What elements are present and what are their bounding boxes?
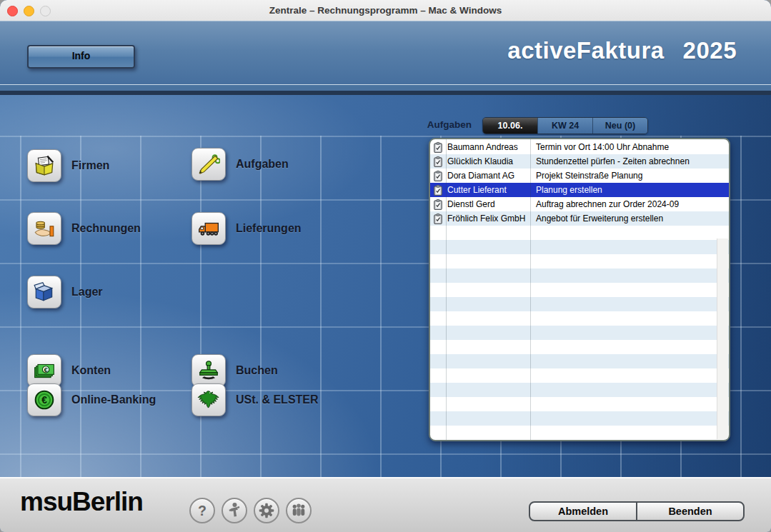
task-row-empty[interactable] [430,283,729,297]
menu-item-lieferungen[interactable]: Lieferungen [191,212,302,245]
task-row[interactable]: Glücklich KlaudiaStundenzettel pürfen - … [430,154,729,169]
rechnungen-hand-coins-icon[interactable] [27,212,61,245]
task-contact: Fröhlich Felix GmbH [446,211,532,226]
workspace: Firmen Rechnungen [0,95,771,477]
help-icon[interactable]: ? [189,498,215,523]
menu-label: Aufgaben [236,158,289,171]
clipboard-check-icon [430,140,446,154]
clipboard-check-icon [430,183,446,197]
task-list[interactable]: Baumann AndreasTermin vor Ort 14:00 Uhr … [429,138,730,441]
task-row-empty[interactable] [430,226,729,240]
tasks-tab-bar: 10.06. KW 24 Neu (0) [482,117,648,134]
task-row[interactable]: Dora Diamant AGProjekt Steinstraße Planu… [430,169,729,183]
menu-label: Rechnungen [71,222,141,235]
settings-gear-icon[interactable] [254,498,279,523]
task-row-empty[interactable] [430,411,729,426]
online-banking-euro-icon[interactable]: € [27,383,61,416]
footer-buttons: Abmelden Beenden [529,501,745,521]
task-row[interactable]: Cutter LieferantPlanung erstellen [430,183,729,197]
scrollbar-track[interactable] [717,239,728,439]
titlebar: Zentrale – Rechnungsprogramm – Mac & Win… [0,0,771,21]
clipboard-check-icon [430,169,446,183]
task-contact: Cutter Lieferant [446,183,532,197]
task-row[interactable]: Fröhlich Felix GmbHAngebot für Erweiteru… [430,211,729,226]
task-row-empty[interactable] [430,383,729,397]
task-description: Angebot für Erweiterung erstellen [532,211,729,226]
menu-item-rechnungen[interactable]: Rechnungen [27,212,141,245]
buchen-stamp-icon[interactable] [191,354,226,387]
task-row-empty[interactable] [430,397,729,411]
task-description: Stundenzettel pürfen - Zeiten abrechnen [532,154,729,169]
tasks-panel-label: Aufgaben [329,119,472,130]
task-row-empty[interactable] [430,240,729,254]
task-row-empty[interactable] [430,426,729,440]
lager-box-icon[interactable] [27,276,61,308]
task-contact: Dora Diamant AG [446,169,532,183]
task-contact: Dienstl Gerd [446,197,532,211]
task-description: Planung erstellen [532,183,729,197]
beenden-button[interactable]: Beenden [637,501,745,521]
task-row-empty[interactable] [430,254,729,268]
lieferungen-truck-icon[interactable] [191,212,226,245]
svg-text:€: € [44,366,48,373]
task-description: Termin vor Ort 14:00 Uhr Abnahme [532,140,729,154]
task-row-empty[interactable] [430,297,729,311]
menu-item-buchen[interactable]: Buchen [191,354,278,387]
footer-icon-bar: ? [189,498,312,523]
menu-label: Buchen [236,364,278,377]
task-row-empty[interactable] [430,311,729,326]
clipboard-check-icon [430,211,446,226]
menu-item-online-banking[interactable]: € Online-Banking [27,383,156,416]
task-row-empty[interactable] [430,354,729,368]
clipboard-check-icon [430,154,446,169]
task-row[interactable]: Dienstl GerdAuftrag abrechnen zur Order … [430,197,729,211]
info-button[interactable]: Info [27,45,135,69]
menu-label: Konten [71,364,111,377]
clipboard-check-icon [430,197,446,211]
task-row-empty[interactable] [430,326,729,340]
task-row-empty[interactable] [430,268,729,283]
menu-item-aufgaben[interactable]: Aufgaben [191,148,289,181]
task-description: Projekt Steinstraße Planung [532,169,729,183]
header: Info activeFaktura2025 [0,21,771,85]
tab-new[interactable]: Neu (0) [592,118,647,134]
tab-date[interactable]: 10.06. [483,118,537,134]
window-title: Zentrale – Rechnungsprogramm – Mac & Win… [0,0,771,21]
menu-item-firmen[interactable]: Firmen [27,149,109,182]
app-window: Zentrale – Rechnungsprogramm – Mac & Win… [0,0,771,532]
svg-text:€: € [41,394,47,406]
brand-logo: msuBerlin [20,487,143,517]
task-list-rows: Baumann AndreasTermin vor Ort 14:00 Uhr … [430,140,729,440]
info-person-icon[interactable] [222,498,247,523]
app-year: 2025 [683,37,737,64]
menu-label: Online-Banking [71,393,156,406]
abmelden-button[interactable]: Abmelden [529,501,637,521]
konten-banknotes-icon[interactable]: € [27,354,61,387]
menu-item-lager[interactable]: Lager [27,276,103,308]
footer: msuBerlin ? [0,477,771,532]
users-icon[interactable] [286,498,312,523]
menu-label: USt. & ELSTER [236,393,319,406]
task-contact: Glücklich Klaudia [446,154,532,169]
task-row-empty[interactable] [430,340,729,354]
task-row-empty[interactable] [430,368,729,383]
menu-label: Firmen [71,159,109,172]
firmen-card-file-icon[interactable] [27,149,61,182]
menu-item-ust-elster[interactable]: USt. & ELSTER [191,383,319,416]
aufgaben-tools-icon[interactable] [191,148,226,181]
tab-week[interactable]: KW 24 [537,118,592,134]
menu-item-konten[interactable]: € Konten [27,354,111,387]
svg-text:?: ? [198,503,207,518]
task-contact: Baumann Andreas [446,140,532,154]
elster-eagle-icon[interactable] [191,383,226,416]
menu-label: Lager [71,286,103,298]
app-title: activeFaktura2025 [507,37,737,64]
task-row[interactable]: Baumann AndreasTermin vor Ort 14:00 Uhr … [430,140,729,154]
menu-label: Lieferungen [236,222,302,235]
task-description: Auftrag abrechnen zur Order 2024-09 [532,197,729,211]
app-name: activeFaktura [507,37,664,64]
